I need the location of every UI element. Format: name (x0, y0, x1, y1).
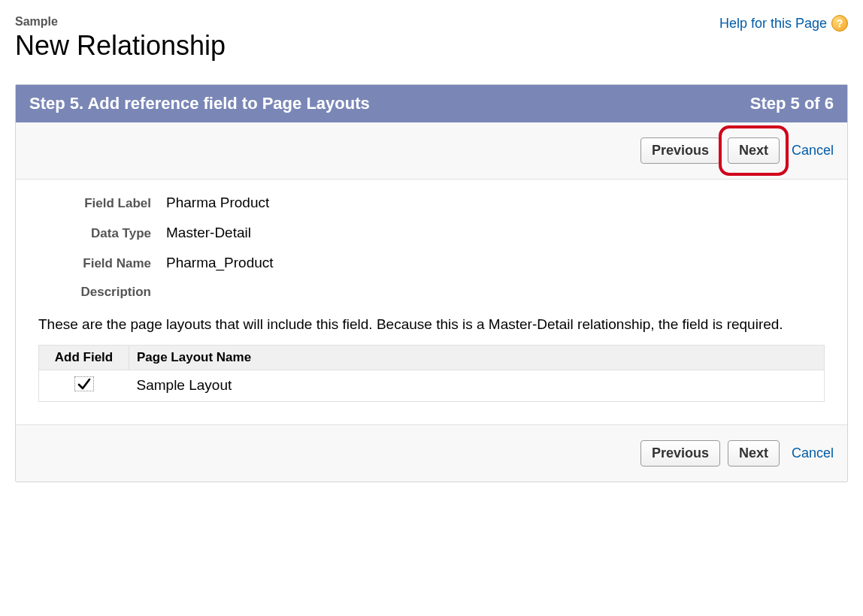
content-area: Field Label Pharma Product Data Type Mas… (16, 180, 847, 424)
label-data-type: Data Type (38, 226, 166, 241)
field-row-label: Field Label Pharma Product (38, 195, 825, 211)
previous-button[interactable]: Previous (640, 137, 720, 164)
table-row: Sample Layout (39, 370, 825, 401)
col-header-add-field: Add Field (39, 345, 129, 370)
previous-button-bottom[interactable]: Previous (640, 440, 720, 467)
cancel-link[interactable]: Cancel (792, 143, 834, 159)
value-field-name: Pharma_Product (166, 255, 274, 271)
next-button[interactable]: Next (728, 137, 780, 164)
step-header: Step 5. Add reference field to Page Layo… (16, 85, 847, 122)
step-counter: Step 5 of 6 (750, 94, 834, 113)
checkmark-icon (77, 378, 91, 390)
step-title: Step 5. Add reference field to Page Layo… (29, 94, 370, 113)
field-row-fieldname: Field Name Pharma_Product (38, 255, 825, 271)
help-link-text: Help for this Page (719, 16, 827, 32)
next-button-bottom[interactable]: Next (728, 440, 780, 467)
value-field-label: Pharma Product (166, 195, 269, 211)
button-bar-top: Previous Next Cancel (16, 122, 847, 180)
cell-layout-name: Sample Layout (129, 370, 825, 401)
header-left: Sample New Relationship (15, 15, 226, 62)
page-header: Sample New Relationship Help for this Pa… (15, 15, 848, 62)
wizard-container: Step 5. Add reference field to Page Layo… (15, 84, 848, 482)
cell-add-field (39, 370, 129, 401)
value-data-type: Master-Detail (166, 225, 251, 241)
col-header-layout-name: Page Layout Name (129, 345, 825, 370)
cancel-link-bottom[interactable]: Cancel (792, 445, 834, 461)
button-bar-bottom: Previous Next Cancel (16, 424, 847, 482)
label-description: Description (38, 285, 166, 300)
help-icon: ? (831, 15, 848, 32)
label-field-name: Field Name (38, 256, 166, 271)
help-link[interactable]: Help for this Page ? (719, 15, 848, 32)
layout-table: Add Field Page Layout Name Sample Layout (38, 345, 825, 402)
field-row-description: Description (38, 285, 825, 300)
object-name: Sample (15, 15, 226, 29)
field-row-datatype: Data Type Master-Detail (38, 225, 825, 241)
page-title: New Relationship (15, 30, 226, 62)
label-field-label: Field Label (38, 196, 166, 211)
instruction-text: These are the page layouts that will inc… (38, 315, 825, 334)
locked-checkbox (74, 376, 94, 391)
